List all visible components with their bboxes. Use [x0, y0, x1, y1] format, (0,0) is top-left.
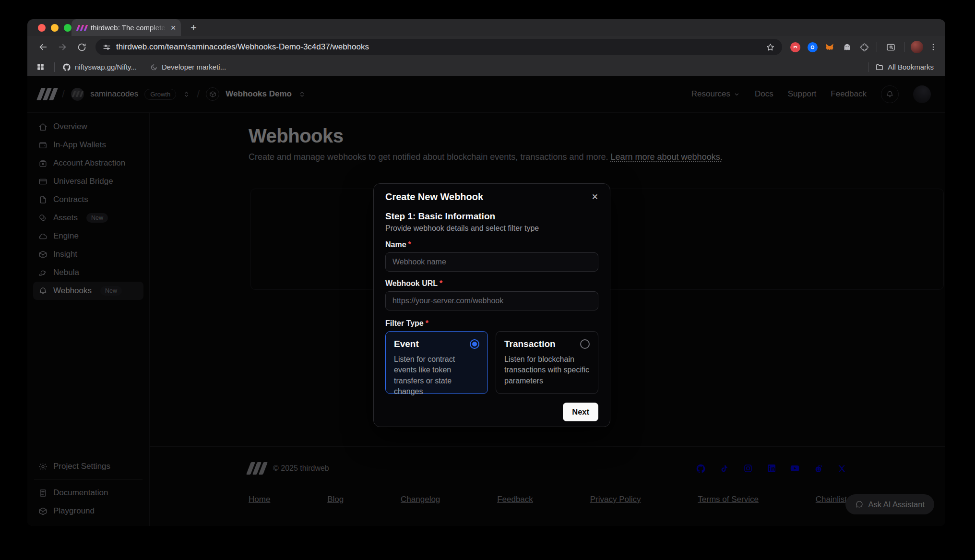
next-button[interactable]: Next: [563, 403, 598, 421]
close-icon[interactable]: ✕: [592, 193, 598, 201]
screenshot-root: thirdweb: The complete web3 ✕ + thirdweb…: [0, 0, 975, 560]
all-bookmarks-label: All Bookmarks: [888, 63, 934, 71]
apps-grid-icon[interactable]: [36, 62, 45, 71]
phantom-ghost-icon[interactable]: [840, 39, 854, 55]
browser-tab[interactable]: thirdweb: The complete web3 ✕: [71, 19, 181, 36]
back-icon[interactable]: [35, 39, 51, 55]
forward-icon[interactable]: [54, 39, 71, 55]
url-text[interactable]: thirdweb.com/team/saminacodes/Webhooks-D…: [116, 42, 759, 52]
tab-close-icon[interactable]: ✕: [170, 24, 176, 31]
browser-toolbar: thirdweb.com/team/saminacodes/Webhooks-D…: [27, 36, 945, 58]
tab-strip: thirdweb: The complete web3 ✕ +: [27, 19, 945, 36]
step-heading: Step 1: Basic Information: [385, 211, 598, 222]
webhook-name-input[interactable]: [385, 252, 598, 272]
tab-search-icon[interactable]: [882, 39, 899, 55]
bookmark-label: niftyswap.gg/Nifty...: [75, 63, 137, 71]
modal-title: Create New Webhook: [385, 191, 483, 203]
site-settings-icon[interactable]: [102, 43, 111, 52]
reload-icon[interactable]: [73, 39, 90, 55]
radio-selected-icon[interactable]: [470, 339, 479, 349]
filter-option-transaction[interactable]: Transaction Listen for blockchain transa…: [496, 331, 598, 394]
bookmarks-bar: niftyswap.gg/Nifty... Developer marketi.…: [27, 58, 945, 76]
bookmark-label: Developer marketi...: [162, 63, 226, 71]
name-field-label: Name*: [385, 240, 598, 249]
tab-title: thirdweb: The complete web3: [91, 24, 166, 32]
bookmark-niftyswap[interactable]: niftyswap.gg/Nifty...: [62, 63, 137, 71]
browser-profile-avatar[interactable]: [910, 39, 924, 55]
all-bookmarks-button[interactable]: All Bookmarks: [875, 63, 934, 71]
thirdweb-favicon-icon: [77, 25, 87, 31]
create-webhook-modal: Create New Webhook ✕ Step 1: Basic Infor…: [373, 183, 610, 427]
required-asterisk: *: [426, 319, 428, 327]
bookmark-developer-marketing[interactable]: Developer marketi...: [150, 63, 226, 71]
url-field-label: Webhook URL*: [385, 279, 598, 288]
filter-option-event[interactable]: Event Listen for contract events like to…: [385, 331, 488, 394]
minimize-window-button[interactable]: [51, 24, 59, 32]
zoom-window-button[interactable]: [64, 24, 71, 32]
folder-icon: [875, 63, 884, 71]
step-subheading: Provide webhook details and select filte…: [385, 224, 598, 233]
new-tab-button[interactable]: +: [190, 19, 197, 36]
extension-red-wallet-icon[interactable]: [788, 39, 802, 55]
metamask-fox-icon[interactable]: [822, 39, 837, 55]
bookmark-star-icon[interactable]: [764, 39, 776, 55]
github-favicon-icon: [62, 63, 71, 71]
required-asterisk: *: [440, 279, 442, 287]
kebab-menu-icon[interactable]: [927, 39, 939, 55]
radio-unselected-icon[interactable]: [580, 339, 590, 349]
extensions-puzzle-icon[interactable]: [857, 39, 871, 55]
close-window-button[interactable]: [38, 24, 46, 32]
required-asterisk: *: [408, 240, 411, 249]
extension-blue-wallet-icon[interactable]: [805, 39, 820, 55]
filter-type-label: Filter Type*: [385, 319, 598, 328]
crescent-favicon-icon: [150, 63, 158, 71]
webhook-url-input[interactable]: [385, 291, 598, 310]
address-bar[interactable]: thirdweb.com/team/saminacodes/Webhooks-D…: [95, 39, 782, 55]
